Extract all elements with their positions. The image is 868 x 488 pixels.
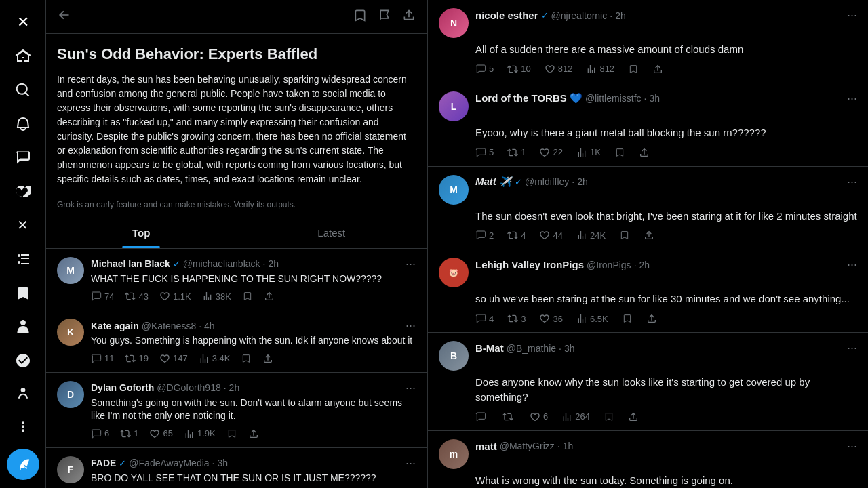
reply-button[interactable]: 74 bbox=[91, 291, 114, 302]
save-button[interactable] bbox=[226, 428, 237, 439]
tweet-more-button[interactable]: ··· bbox=[406, 381, 416, 395]
like-button[interactable]: 6 bbox=[530, 411, 548, 422]
tweet-handle: @Kateness8 bbox=[142, 321, 196, 331]
tab-top[interactable]: Top bbox=[46, 218, 237, 248]
sidebar-notifications[interactable] bbox=[7, 108, 39, 140]
share-button[interactable] bbox=[628, 411, 639, 422]
like-button[interactable]: 147 bbox=[159, 353, 188, 364]
left-tweet-1[interactable]: K Kate again @Kateness8 · 4h ··· You guy… bbox=[46, 310, 427, 373]
avatar: N bbox=[439, 8, 469, 38]
tweet-more-button[interactable]: ··· bbox=[847, 439, 857, 453]
share-button[interactable] bbox=[646, 313, 657, 324]
tweet-handle: @FadeAwayMedia bbox=[129, 458, 209, 468]
tweet-time: 2h bbox=[268, 258, 279, 269]
views-button[interactable]: 3.4K bbox=[199, 353, 231, 364]
like-button[interactable]: 22 bbox=[539, 147, 562, 158]
retweet-button[interactable]: 4 bbox=[507, 230, 526, 241]
tweet-more-button[interactable]: ··· bbox=[406, 319, 416, 333]
tweet-name: FADE bbox=[91, 458, 116, 468]
sidebar-bookmarks[interactable] bbox=[7, 277, 39, 308]
compose-button[interactable] bbox=[7, 449, 39, 480]
retweet-button[interactable]: 3 bbox=[507, 313, 526, 324]
left-tweet-2[interactable]: D Dylan Goforth @DGoforth918 · 2h ··· So… bbox=[46, 373, 427, 448]
save-button[interactable] bbox=[242, 291, 253, 302]
x-logo-icon[interactable]: ✕ bbox=[7, 7, 39, 38]
views-button[interactable]: 6.5K bbox=[576, 313, 608, 324]
retweet-button[interactable]: 10 bbox=[507, 64, 530, 75]
save-button[interactable] bbox=[628, 64, 639, 75]
like-button[interactable]: 65 bbox=[149, 428, 172, 439]
right-tweet-meta: B-Mat @B_mathie · 3h bbox=[475, 342, 575, 354]
reply-button[interactable]: 5 bbox=[475, 64, 494, 75]
flag-article-button[interactable] bbox=[378, 8, 391, 25]
like-button[interactable]: 44 bbox=[539, 230, 562, 241]
sidebar-home[interactable] bbox=[7, 41, 39, 72]
share-button[interactable] bbox=[639, 147, 650, 158]
reply-button[interactable]: 11 bbox=[91, 353, 114, 364]
views-button[interactable]: 1.9K bbox=[184, 428, 216, 439]
back-button[interactable] bbox=[57, 8, 71, 25]
sidebar: ✕ ✕ bbox=[0, 0, 46, 488]
share-button[interactable] bbox=[652, 64, 663, 75]
sidebar-x-premium[interactable]: ✕ bbox=[7, 209, 39, 241]
reply-button[interactable] bbox=[475, 411, 489, 422]
right-tweet-4[interactable]: B B-Mat @B_mathie · 3h ··· Does anyone k… bbox=[428, 333, 868, 431]
right-tweet-3[interactable]: 🐷 Lehigh Valley IronPigs @IronPigs · 2h … bbox=[428, 249, 868, 333]
tweet-handle: @njrealtornic bbox=[551, 10, 608, 21]
retweet-button[interactable]: 1 bbox=[507, 147, 526, 158]
reply-button[interactable]: 5 bbox=[475, 147, 494, 158]
right-tweet-1[interactable]: L Lord of the TORBS 💙 @littlemisstfc · 3… bbox=[428, 83, 868, 167]
tweet-text: Something's going on with the sun. Don't… bbox=[91, 396, 416, 423]
save-button[interactable] bbox=[241, 353, 252, 364]
sidebar-people[interactable] bbox=[7, 311, 39, 342]
reply-button[interactable]: 2 bbox=[475, 230, 494, 241]
tweet-more-button[interactable]: ··· bbox=[406, 456, 416, 470]
sidebar-communities[interactable] bbox=[7, 176, 39, 207]
tweet-more-button[interactable]: ··· bbox=[847, 92, 857, 106]
reply-button[interactable]: 4 bbox=[475, 313, 494, 324]
tab-latest[interactable]: Latest bbox=[237, 218, 427, 248]
like-button[interactable]: 36 bbox=[539, 313, 562, 324]
tweet-more-button[interactable]: ··· bbox=[406, 257, 416, 271]
sidebar-verified[interactable] bbox=[7, 345, 39, 376]
tweet-more-button[interactable]: ··· bbox=[847, 8, 857, 22]
views-button[interactable]: 1K bbox=[576, 147, 601, 158]
sidebar-lists[interactable] bbox=[7, 243, 39, 274]
article-header bbox=[46, 0, 427, 34]
sidebar-search[interactable] bbox=[7, 75, 39, 106]
tweet-more-button[interactable]: ··· bbox=[847, 258, 857, 272]
save-button[interactable] bbox=[604, 411, 614, 422]
reply-button[interactable]: 6 bbox=[91, 428, 109, 439]
right-tweet-2[interactable]: M Matt ✈️ ✓ @mldiffley · 2h ··· The sun … bbox=[428, 167, 868, 250]
share-button[interactable] bbox=[248, 428, 259, 439]
sidebar-more[interactable] bbox=[7, 411, 39, 442]
left-tweet-3[interactable]: F FADE ✓ @FadeAwayMedia · 3h ··· BRO DO … bbox=[46, 448, 427, 488]
save-button[interactable] bbox=[619, 230, 630, 241]
tweet-more-button[interactable]: ··· bbox=[847, 341, 857, 355]
views-button[interactable]: 24K bbox=[576, 230, 606, 241]
share-button[interactable] bbox=[262, 353, 273, 364]
views-button[interactable]: 264 bbox=[561, 411, 590, 422]
right-tweet-meta: Lehigh Valley IronPigs @IronPigs · 2h bbox=[475, 259, 650, 270]
left-tweet-0[interactable]: M Michael Ian Black ✓ @michaelianblack ·… bbox=[46, 249, 427, 311]
retweet-button[interactable]: 19 bbox=[125, 353, 148, 364]
retweet-button[interactable]: 43 bbox=[125, 291, 148, 302]
bookmark-article-button[interactable] bbox=[353, 8, 367, 25]
share-button[interactable] bbox=[644, 230, 654, 241]
views-button[interactable]: 38K bbox=[202, 291, 231, 302]
right-tweet-5[interactable]: m matt @MattyGrizz · 1h ··· What is wron… bbox=[428, 431, 868, 489]
like-button[interactable]: 1.1K bbox=[159, 291, 191, 302]
sidebar-profile[interactable] bbox=[7, 378, 39, 409]
right-tweet-0[interactable]: N nicole esther ✓ @njrealtornic · 2h ···… bbox=[428, 0, 868, 83]
like-button[interactable]: 812 bbox=[545, 64, 573, 75]
retweet-button[interactable]: 1 bbox=[120, 428, 138, 439]
share-button[interactable] bbox=[264, 291, 275, 302]
retweet-button[interactable] bbox=[502, 411, 516, 422]
tweet-more-button[interactable]: ··· bbox=[847, 175, 857, 189]
avatar: D bbox=[57, 381, 84, 408]
save-button[interactable] bbox=[622, 313, 633, 324]
share-article-button[interactable] bbox=[402, 8, 416, 25]
save-button[interactable] bbox=[614, 147, 625, 158]
sidebar-messages[interactable] bbox=[7, 142, 39, 173]
views-button[interactable]: 812 bbox=[586, 64, 614, 75]
